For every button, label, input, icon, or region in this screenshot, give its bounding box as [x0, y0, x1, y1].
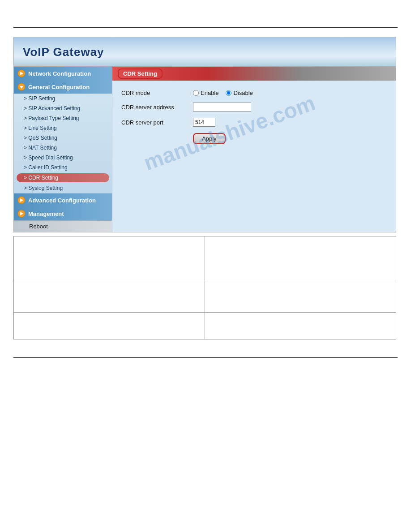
cdr-mode-label: CDR mode	[121, 90, 193, 96]
sidebar: Network Configuration General Configurat…	[14, 67, 112, 232]
network-config-label: Network Configuration	[28, 70, 91, 77]
sidebar-item-general-config[interactable]: General Configuration	[14, 80, 112, 94]
line-setting-label: > Line Setting	[24, 125, 57, 131]
speed-dial-label: > Speed Dial Setting	[24, 154, 73, 161]
arrow-right-icon-advanced	[17, 196, 26, 204]
general-config-submenu: > SIP Setting > SIP Advanced Setting > P…	[14, 94, 112, 193]
management-label: Management	[28, 210, 64, 217]
sidebar-item-cdr-setting[interactable]: > CDR Setting	[17, 173, 109, 182]
sidebar-item-line-setting[interactable]: > Line Setting	[14, 123, 112, 133]
sidebar-item-qos-setting[interactable]: > QoS Setting	[14, 133, 112, 143]
enable-radio-label[interactable]: Enable	[193, 90, 218, 96]
general-config-label: General Configuration	[28, 84, 90, 90]
content-area: manualshive.com CDR Setting CDR mode Ena…	[112, 67, 396, 232]
doc-table	[13, 236, 396, 339]
cdr-server-address-row: CDR server address	[121, 103, 387, 112]
cdr-server-address-control	[193, 103, 251, 112]
cdr-mode-row: CDR mode Enable Disable	[121, 90, 387, 96]
apply-button[interactable]: Apply	[193, 133, 226, 144]
reboot-label: Reboot	[29, 223, 48, 230]
enable-label: Enable	[201, 90, 218, 96]
sidebar-item-payload-type[interactable]: > Payload Type Setting	[14, 113, 112, 123]
arrow-down-icon	[17, 83, 26, 91]
sidebar-item-caller-id[interactable]: > Caller ID Setting	[14, 163, 112, 172]
content-header: CDR Setting	[112, 67, 396, 81]
app-title: VoIP Gateway	[23, 45, 104, 59]
arrow-right-icon	[17, 69, 26, 77]
cdr-server-port-input[interactable]	[193, 118, 215, 127]
caller-id-label: > Caller ID Setting	[24, 164, 68, 171]
sidebar-item-sip-setting[interactable]: > SIP Setting	[14, 94, 112, 103]
table-cell-r1c2	[205, 236, 396, 281]
table-cell-r3c1	[14, 313, 205, 339]
sidebar-item-nat-setting[interactable]: > NAT Setting	[14, 143, 112, 153]
sip-advanced-label: > SIP Advanced Setting	[24, 105, 80, 112]
sidebar-item-reboot[interactable]: Reboot	[14, 220, 112, 232]
cdr-setting-label: > CDR Setting	[24, 175, 58, 181]
sip-setting-label: > SIP Setting	[24, 95, 55, 102]
table-cell-r2c1	[14, 281, 205, 313]
cdr-mode-control: Enable Disable	[193, 90, 253, 96]
table-cell-r1c1	[14, 236, 205, 281]
table-cell-r3c2	[205, 313, 396, 339]
content-body: CDR mode Enable Disable	[112, 81, 396, 153]
section-title: CDR Setting	[118, 69, 163, 79]
cdr-server-port-row: CDR server port	[121, 118, 387, 127]
enable-radio[interactable]	[193, 90, 199, 96]
table-cell-r2c2	[205, 281, 396, 313]
disable-radio-label[interactable]: Disable	[226, 90, 253, 96]
advanced-config-label: Advanced Configuration	[28, 197, 96, 204]
apply-btn-wrap: Apply	[121, 133, 387, 144]
sidebar-item-speed-dial[interactable]: > Speed Dial Setting	[14, 153, 112, 163]
sidebar-item-syslog[interactable]: > Syslog Setting	[14, 183, 112, 193]
sidebar-item-sip-advanced[interactable]: > SIP Advanced Setting	[14, 103, 112, 113]
cdr-server-address-input[interactable]	[193, 103, 251, 112]
syslog-label: > Syslog Setting	[24, 185, 63, 191]
payload-type-label: > Payload Type Setting	[24, 115, 79, 121]
sidebar-item-advanced-config[interactable]: Advanced Configuration	[14, 193, 112, 207]
cdr-server-port-control	[193, 118, 215, 127]
nat-setting-label: > NAT Setting	[24, 145, 57, 151]
disable-radio[interactable]	[226, 90, 231, 96]
sidebar-item-management[interactable]: Management	[14, 207, 112, 220]
sidebar-item-network-config[interactable]: Network Configuration	[14, 67, 112, 80]
disable-label: Disable	[233, 90, 253, 96]
cdr-server-address-label: CDR server address	[121, 104, 193, 111]
arrow-right-icon-mgmt	[17, 210, 26, 218]
cdr-server-port-label: CDR server port	[121, 119, 193, 126]
qos-setting-label: > QoS Setting	[24, 135, 57, 141]
